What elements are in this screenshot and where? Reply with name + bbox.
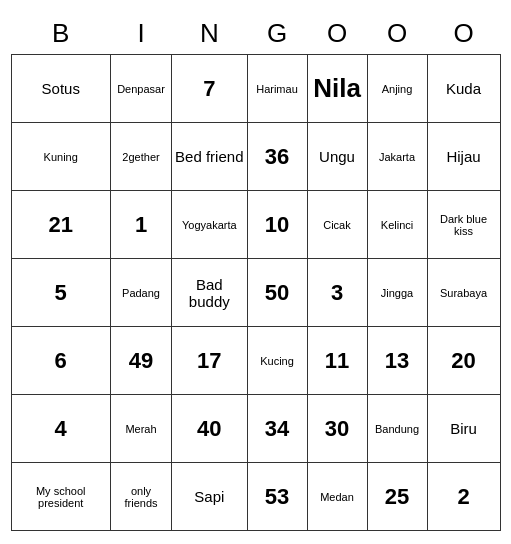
bingo-cell: 30 bbox=[307, 395, 367, 463]
bingo-cell: Dark blue kiss bbox=[427, 191, 500, 259]
bingo-cell: Kelinci bbox=[367, 191, 427, 259]
table-row: 211Yogyakarta10CicakKelinciDark blue kis… bbox=[11, 191, 500, 259]
bingo-cell: Bandung bbox=[367, 395, 427, 463]
bingo-cell: Bed friend bbox=[172, 123, 247, 191]
bingo-cell: 34 bbox=[247, 395, 307, 463]
bingo-cell: 17 bbox=[172, 327, 247, 395]
bingo-cell: Cicak bbox=[307, 191, 367, 259]
bingo-cell: Padang bbox=[110, 259, 171, 327]
table-row: 5PadangBad buddy503JinggaSurabaya bbox=[11, 259, 500, 327]
bingo-cell: 5 bbox=[11, 259, 110, 327]
bingo-cell: 10 bbox=[247, 191, 307, 259]
bingo-cell: Jakarta bbox=[367, 123, 427, 191]
bingo-cell: 53 bbox=[247, 463, 307, 531]
bingo-cell: Sapi bbox=[172, 463, 247, 531]
bingo-header-cell: O bbox=[367, 13, 427, 55]
bingo-header-cell: O bbox=[427, 13, 500, 55]
bingo-header-cell: B bbox=[11, 13, 110, 55]
bingo-cell: 2 bbox=[427, 463, 500, 531]
bingo-header-cell: I bbox=[110, 13, 171, 55]
bingo-cell: Merah bbox=[110, 395, 171, 463]
bingo-card: BINGOOO SotusDenpasar7HarimauNilaAnjingK… bbox=[11, 13, 501, 532]
bingo-cell: 21 bbox=[11, 191, 110, 259]
table-row: My school presidentonly friendsSapi53Med… bbox=[11, 463, 500, 531]
bingo-cell: 4 bbox=[11, 395, 110, 463]
bingo-cell: 20 bbox=[427, 327, 500, 395]
bingo-cell: 36 bbox=[247, 123, 307, 191]
bingo-header-cell: G bbox=[247, 13, 307, 55]
bingo-cell: Anjing bbox=[367, 55, 427, 123]
bingo-cell: 3 bbox=[307, 259, 367, 327]
bingo-cell: 7 bbox=[172, 55, 247, 123]
bingo-cell: Harimau bbox=[247, 55, 307, 123]
bingo-cell: Sotus bbox=[11, 55, 110, 123]
bingo-cell: Bad buddy bbox=[172, 259, 247, 327]
bingo-cell: Jingga bbox=[367, 259, 427, 327]
bingo-cell: 2gether bbox=[110, 123, 171, 191]
table-row: 4Merah403430BandungBiru bbox=[11, 395, 500, 463]
bingo-cell: Medan bbox=[307, 463, 367, 531]
bingo-cell: Denpasar bbox=[110, 55, 171, 123]
bingo-cell: Biru bbox=[427, 395, 500, 463]
bingo-cell: 40 bbox=[172, 395, 247, 463]
bingo-header-cell: N bbox=[172, 13, 247, 55]
bingo-cell: Ungu bbox=[307, 123, 367, 191]
bingo-cell: 49 bbox=[110, 327, 171, 395]
bingo-cell: Hijau bbox=[427, 123, 500, 191]
bingo-cell: only friends bbox=[110, 463, 171, 531]
bingo-cell: Kuning bbox=[11, 123, 110, 191]
bingo-cell: 11 bbox=[307, 327, 367, 395]
bingo-header-cell: O bbox=[307, 13, 367, 55]
bingo-cell: 6 bbox=[11, 327, 110, 395]
table-row: 64917Kucing111320 bbox=[11, 327, 500, 395]
bingo-cell: My school president bbox=[11, 463, 110, 531]
bingo-cell: 13 bbox=[367, 327, 427, 395]
bingo-cell: Yogyakarta bbox=[172, 191, 247, 259]
bingo-cell: 50 bbox=[247, 259, 307, 327]
bingo-cell: Kuda bbox=[427, 55, 500, 123]
table-row: Kuning2getherBed friend36UnguJakartaHija… bbox=[11, 123, 500, 191]
bingo-cell: 1 bbox=[110, 191, 171, 259]
bingo-cell: 25 bbox=[367, 463, 427, 531]
bingo-cell: Kucing bbox=[247, 327, 307, 395]
bingo-cell: Surabaya bbox=[427, 259, 500, 327]
table-row: SotusDenpasar7HarimauNilaAnjingKuda bbox=[11, 55, 500, 123]
bingo-cell: Nila bbox=[307, 55, 367, 123]
